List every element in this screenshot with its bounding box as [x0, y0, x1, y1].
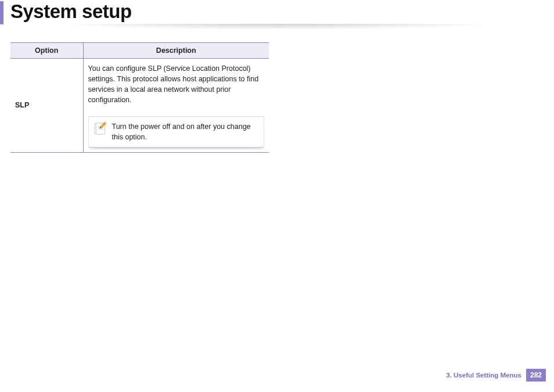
option-name: SLP — [10, 59, 83, 153]
table-row: SLP You can configure SLP (Service Locat… — [10, 59, 269, 153]
footer-section-label: 3. Useful Setting Menus — [446, 372, 521, 379]
footer-page-number: 282 — [526, 369, 546, 382]
col-header-option: Option — [10, 43, 83, 59]
options-table: Option Description SLP You can configure… — [10, 42, 269, 153]
note-box: Turn the power off and on after you chan… — [88, 116, 265, 148]
page-title: System setup — [10, 0, 554, 23]
title-shadow — [0, 24, 554, 32]
page-footer: 3. Useful Setting Menus 282 — [446, 369, 546, 382]
content-area: Option Description SLP You can configure… — [0, 42, 554, 153]
title-area: System setup — [0, 0, 554, 23]
note-pencil-icon — [93, 121, 106, 136]
table-header-row: Option Description — [10, 43, 269, 59]
col-header-description: Description — [83, 43, 269, 59]
option-description-text: You can configure SLP (Service Location … — [88, 63, 265, 106]
title-accent-bar — [0, 1, 3, 24]
note-text: Turn the power off and on after you chan… — [112, 121, 258, 142]
option-description-cell: You can configure SLP (Service Location … — [83, 59, 269, 153]
